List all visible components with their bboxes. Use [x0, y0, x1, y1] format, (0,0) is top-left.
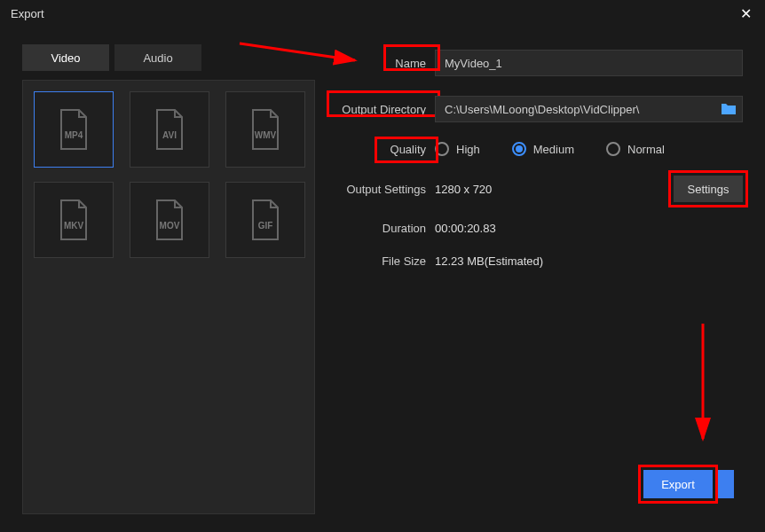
quality-radio-normal[interactable]: Normal	[606, 142, 665, 156]
file-size-label: File Size	[328, 254, 435, 268]
svg-text:WMV: WMV	[255, 130, 277, 140]
name-input[interactable]	[435, 50, 743, 76]
format-mkv[interactable]: MKV	[34, 182, 114, 258]
svg-text:AVI: AVI	[162, 130, 177, 140]
svg-text:MOV: MOV	[160, 221, 180, 231]
output-dir-label: Output Directory	[328, 103, 435, 116]
duration-value: 00:00:20.83	[435, 222, 743, 235]
quality-radio-high[interactable]: High	[435, 142, 480, 156]
svg-text:MKV: MKV	[64, 221, 84, 231]
settings-button[interactable]: Settings	[674, 176, 743, 202]
folder-icon[interactable]	[720, 101, 737, 117]
file-icon: MKV	[56, 199, 91, 241]
format-wmv[interactable]: WMV	[225, 91, 305, 168]
quality-medium-label: Medium	[533, 143, 574, 156]
format-gif[interactable]: GIF	[225, 182, 305, 258]
duration-label: Duration	[328, 222, 435, 235]
tab-audio[interactable]: Audio	[114, 44, 201, 71]
file-icon: WMV	[248, 108, 283, 151]
output-settings-label: Output Settings	[328, 183, 435, 196]
tab-video[interactable]: Video	[22, 44, 109, 71]
format-avi[interactable]: AVI	[130, 91, 209, 168]
svg-text:GIF: GIF	[258, 221, 273, 231]
radio-icon	[512, 142, 526, 156]
file-icon: AVI	[152, 108, 187, 151]
format-mp4[interactable]: MP4	[34, 91, 114, 168]
quality-normal-label: Normal	[627, 143, 665, 156]
name-label: Name	[328, 57, 435, 70]
svg-text:MP4: MP4	[65, 130, 83, 140]
radio-icon	[606, 142, 620, 156]
quality-label: Quality	[328, 143, 435, 156]
export-dropdown-button[interactable]	[716, 470, 734, 498]
quality-high-label: High	[456, 143, 480, 156]
file-size-value: 12.23 MB(Estimated)	[435, 254, 743, 268]
output-settings-value: 1280 x 720	[435, 183, 674, 196]
format-mov[interactable]: MOV	[130, 182, 209, 258]
format-panel: MP4 AVI WMV MKV MOV GIF	[22, 80, 315, 514]
export-button[interactable]: Export	[643, 470, 713, 498]
quality-radio-medium[interactable]: Medium	[512, 142, 574, 156]
output-dir-input[interactable]	[435, 96, 743, 122]
window-title: Export	[11, 7, 44, 20]
file-icon: GIF	[248, 199, 283, 241]
close-icon[interactable]: ✕	[737, 5, 754, 22]
file-icon: MOV	[152, 199, 187, 241]
file-icon: MP4	[56, 108, 91, 151]
radio-icon	[435, 142, 449, 156]
